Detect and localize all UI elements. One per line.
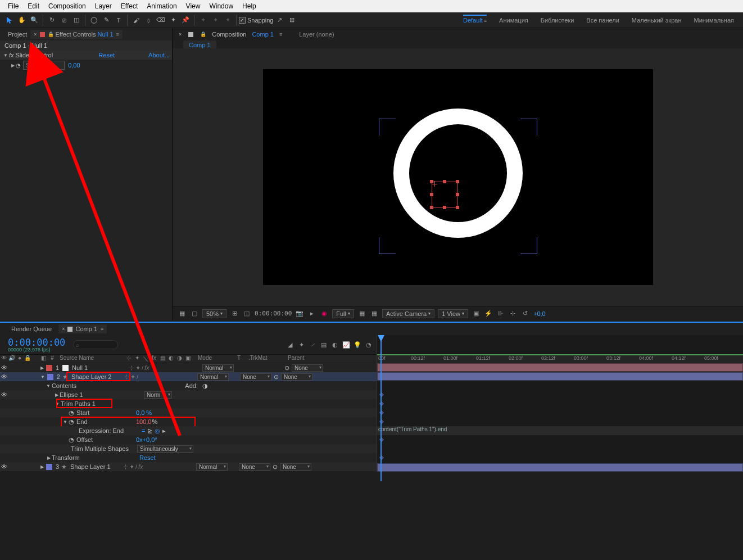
workspace-animation[interactable]: Анимация — [499, 17, 528, 24]
selection-tool-icon[interactable] — [4, 15, 15, 26]
slider-value[interactable]: 0,00 — [68, 62, 80, 69]
timeline-track-area[interactable]: 00f 00:12f 01:00f 01:12f 02:00f 02:12f 0… — [377, 335, 743, 471]
graph-editor-icon[interactable]: 📈 — [342, 340, 351, 349]
reset-link[interactable]: Reset — [98, 52, 115, 58]
row-contents[interactable]: ▼ Contents Add: ◑ — [0, 381, 377, 390]
tab-comp1[interactable]: × Comp 1 ≡ — [58, 324, 107, 333]
draft3d-icon[interactable]: ✦ — [297, 340, 306, 349]
zoom-dropdown[interactable]: 50% ▾ — [202, 309, 226, 318]
motion-blur-icon[interactable]: ◐ — [330, 340, 339, 349]
stopwatch-icon[interactable]: ◔ — [69, 418, 74, 426]
lock-icon[interactable]: 🔒 — [200, 31, 206, 37]
grid-icon[interactable]: ▦ — [357, 309, 366, 318]
current-time[interactable]: 0:00:00:00 — [255, 310, 292, 317]
twirl-icon[interactable]: ▼ — [2, 53, 9, 58]
clone-tool-icon[interactable]: ⎀ — [143, 15, 154, 26]
workspace-minimal[interactable]: Минимальная — [694, 17, 734, 24]
pen-tool-icon[interactable]: ✎ — [101, 15, 112, 26]
row-start[interactable]: ◔ Start 0,0 % — [0, 408, 377, 417]
workspace-default[interactable]: Default≡ — [463, 15, 487, 24]
row-trim-multiple[interactable]: Trim Multiple Shapes Simultaneously — [0, 444, 377, 453]
expr-language-icon[interactable]: ▸ — [162, 427, 166, 435]
frame-blend-icon[interactable]: ▤ — [319, 340, 328, 349]
time-ruler[interactable]: 00f 00:12f 01:00f 01:12f 02:00f 02:12f 0… — [377, 354, 743, 363]
zoom-tool-icon[interactable]: 🔍 — [29, 15, 40, 26]
slider-property[interactable]: Slider — [23, 61, 65, 70]
playhead[interactable] — [380, 335, 382, 481]
snapshot-icon[interactable]: 📷 — [295, 309, 304, 318]
workspace-all-panels[interactable]: Все панели — [586, 17, 619, 24]
row-expression-end[interactable]: Expression: End = ⊵ ◎ ▸ — [0, 426, 377, 435]
exposure-value[interactable]: +0,0 — [533, 310, 546, 317]
lock-icon[interactable]: 🔒 — [48, 31, 54, 37]
snapping-checkbox[interactable]: ✓ — [239, 17, 246, 24]
current-timecode[interactable]: 0:00:00:00 — [0, 337, 65, 348]
menu-view[interactable]: View — [182, 1, 205, 11]
layer-bar-shape1[interactable] — [377, 463, 743, 472]
about-link[interactable]: About... — [148, 52, 170, 58]
menu-edit[interactable]: Edit — [23, 1, 44, 11]
row-end[interactable]: ▼ ◔ End 100,0 % — [0, 417, 377, 426]
effect-name[interactable]: Slider Control — [15, 52, 98, 58]
expr-enable-icon[interactable]: = — [142, 427, 145, 434]
add-menu-icon[interactable]: ◑ — [202, 382, 208, 390]
menu-file[interactable]: File — [3, 1, 23, 11]
menu-effect[interactable]: Effect — [116, 1, 142, 11]
comp-flowchart-icon[interactable]: ⊹ — [509, 309, 518, 318]
timeline-icon[interactable]: ⊪ — [496, 309, 505, 318]
layer-row-shape2[interactable]: 👁 ▼ 2 ★ Shape Layer 2 ⊹✦/ Normal None ⊙ … — [0, 372, 377, 381]
expr-graph-icon[interactable]: ⊵ — [147, 427, 152, 435]
mode-dropdown[interactable]: Normal — [202, 364, 234, 372]
brush-tool-icon[interactable]: 🖌 — [130, 15, 142, 26]
fast-preview-icon[interactable]: ⚡ — [484, 309, 493, 318]
channel-icon[interactable]: ◉ — [320, 309, 329, 318]
composition-viewer[interactable] — [173, 48, 743, 306]
world-axis-icon[interactable]: ✦ — [210, 15, 221, 26]
lock-col-icon[interactable]: 🔒 — [24, 355, 31, 363]
layer-row-null1[interactable]: 👁 ▶ 1 Null 1 ⊹✦/fx Normal ⊙ None — [0, 363, 377, 372]
layer-row-shape1[interactable]: 👁 ▶ 3 ★ Shape Layer 1 ⊹✦/fx Normal None … — [0, 462, 377, 471]
guides-icon[interactable]: ▦ — [370, 309, 379, 318]
menu-layer[interactable]: Layer — [90, 1, 116, 11]
twirl-slider-icon[interactable]: ▶ — [10, 63, 16, 68]
tab-effect-controls[interactable]: × 🔒 Effect Controls Null 1 ≡ — [30, 30, 123, 39]
pixel-aspect-icon[interactable]: ▣ — [472, 309, 481, 318]
type-tool-icon[interactable]: T — [113, 15, 124, 26]
comp-mini-flowchart-icon[interactable]: ◢ — [286, 340, 295, 349]
workspace-small-screen[interactable]: Маленький экран — [632, 17, 682, 24]
layer-bar-null[interactable] — [377, 363, 743, 372]
layer-bar-shape2[interactable] — [377, 372, 743, 381]
roi-icon[interactable]: ◫ — [242, 309, 251, 318]
shape-tool-icon[interactable]: ◯ — [88, 15, 99, 26]
row-offset[interactable]: ◔ Offset 0x+0,0° — [0, 435, 377, 444]
solo-col-icon[interactable]: ● — [16, 355, 24, 363]
autokeyframe-icon[interactable]: ◔ — [364, 340, 373, 349]
menu-help[interactable]: Help — [238, 1, 261, 11]
show-snapshot-icon[interactable]: ▸ — [307, 309, 316, 318]
row-transform[interactable]: ▶ Transform Reset — [0, 453, 377, 462]
null-object[interactable] — [432, 182, 457, 207]
audio-col-icon[interactable]: 🔊 — [8, 355, 16, 363]
track-tool-icon[interactable]: ◫ — [71, 15, 82, 26]
snap-grid-icon[interactable]: ⊞ — [287, 15, 298, 26]
transparency-grid-icon[interactable]: ▢ — [190, 309, 199, 318]
orbit-tool-icon[interactable]: ↻ — [46, 15, 57, 26]
search-input[interactable]: ⌕ — [73, 340, 118, 349]
pickwhip-icon[interactable]: ◎ — [155, 427, 160, 435]
row-ellipse[interactable]: 👁▶ Ellipse 1 Norm — [0, 390, 377, 399]
layer-none-tab[interactable]: Layer (none) — [299, 31, 334, 38]
menu-window[interactable]: Window — [205, 1, 238, 11]
video-col-icon[interactable]: 👁 — [0, 355, 8, 363]
puppet-tool-icon[interactable]: 📌 — [180, 15, 191, 26]
reset-exposure-icon[interactable]: ↺ — [521, 309, 530, 318]
row-trim-paths[interactable]: ▼ Trim Paths 1 — [0, 399, 377, 408]
shape-circle[interactable] — [393, 109, 523, 238]
tab-project[interactable]: Project — [4, 30, 30, 39]
expression-text[interactable]: content("Trim Paths 1").end — [378, 426, 447, 432]
stopwatch-icon[interactable]: ◔ — [69, 436, 74, 444]
canvas[interactable] — [263, 69, 653, 285]
eraser-tool-icon[interactable]: ⌫ — [155, 15, 166, 26]
local-axis-icon[interactable]: ✦ — [197, 15, 209, 26]
camera-tool-icon[interactable]: ⎚ — [58, 15, 70, 26]
menu-composition[interactable]: Composition — [44, 1, 90, 11]
